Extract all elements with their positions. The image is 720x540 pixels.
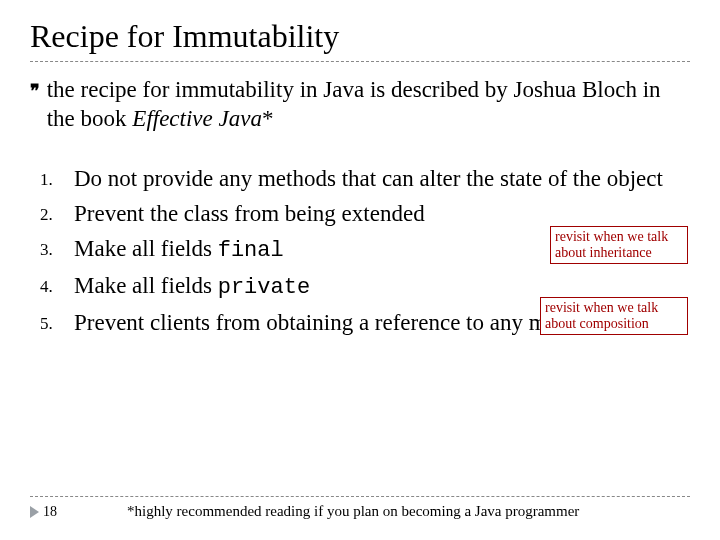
slide: Recipe for Immutability ❞ the recipe for… xyxy=(0,0,720,540)
footer: 18 *highly recommended reading if you pl… xyxy=(30,496,690,520)
code-final: final xyxy=(218,238,284,263)
list-number: 5. xyxy=(40,306,74,337)
list-number: 3. xyxy=(40,232,74,263)
callout-inheritance: revisit when we talk about inheritance xyxy=(550,226,688,264)
callout-composition: revisit when we talk about composition xyxy=(540,297,688,335)
title-divider xyxy=(30,61,690,62)
footnote: *highly recommended reading if you plan … xyxy=(127,503,579,520)
list-item: 1. Do not provide any methods that can a… xyxy=(40,162,690,195)
code-private: private xyxy=(218,275,310,300)
page-number: 18 xyxy=(43,504,57,520)
list-number: 1. xyxy=(40,162,74,193)
pager: 18 xyxy=(30,504,57,520)
ordered-list: 1. Do not provide any methods that can a… xyxy=(40,162,690,340)
list-number: 2. xyxy=(40,197,74,228)
intro-block: ❞ the recipe for immutability in Java is… xyxy=(30,76,690,134)
list-text: Do not provide any methods that can alte… xyxy=(74,162,690,195)
book-title: Effective Java xyxy=(132,106,262,131)
list-prefix: Make all fields xyxy=(74,273,218,298)
intro-text: the recipe for immutability in Java is d… xyxy=(47,76,690,134)
bullet-icon: ❞ xyxy=(30,76,47,103)
list-prefix: Make all fields xyxy=(74,236,218,261)
slide-title: Recipe for Immutability xyxy=(30,18,690,55)
footer-divider xyxy=(30,496,690,497)
list-number: 4. xyxy=(40,269,74,300)
footer-row: 18 *highly recommended reading if you pl… xyxy=(30,503,690,520)
play-icon xyxy=(30,506,39,518)
asterisk: * xyxy=(262,106,274,131)
